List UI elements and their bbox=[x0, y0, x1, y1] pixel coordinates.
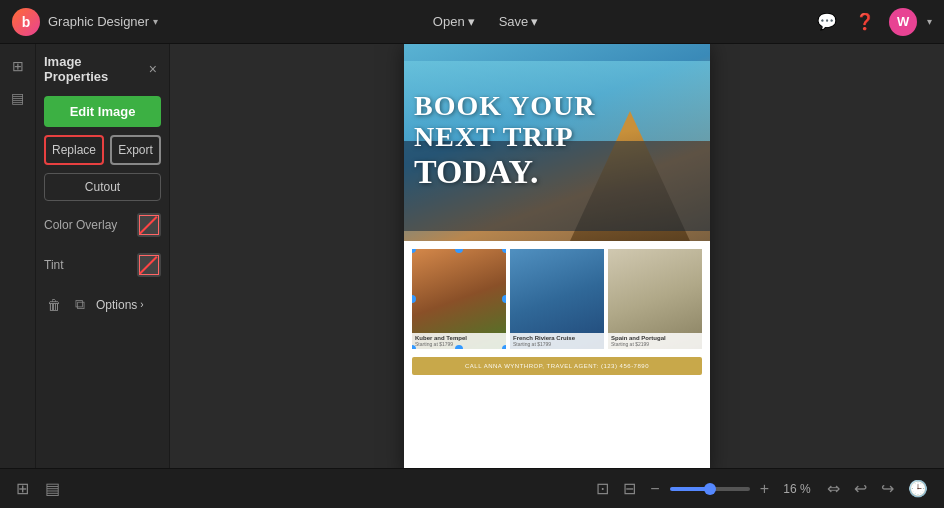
handle-ml bbox=[412, 295, 416, 303]
options-chevron-icon: › bbox=[140, 299, 143, 310]
save-button[interactable]: Save ▾ bbox=[491, 10, 547, 33]
delete-icon[interactable]: 🗑 bbox=[44, 294, 64, 316]
color-overlay-swatch[interactable] bbox=[137, 213, 161, 237]
duplicate-icon[interactable]: ⧉ bbox=[72, 293, 88, 316]
headline-line3: TODAY. bbox=[414, 153, 700, 191]
tint-row: Tint bbox=[44, 249, 161, 281]
replace-export-row: Replace Export bbox=[44, 135, 161, 165]
panel-title: Image Properties bbox=[44, 54, 145, 84]
poster-headline: BOOK YOUR NEXT TRIP TODAY. bbox=[414, 91, 700, 191]
zoom-slider[interactable] bbox=[670, 487, 750, 491]
headline-line2: NEXT TRIP bbox=[414, 122, 700, 153]
poster-banner: CALL ANNA WYNTHROP, TRAVEL AGENT: (123) … bbox=[412, 357, 702, 375]
photo2-caption: French Riviera Cruise Starting at $1799 bbox=[510, 333, 604, 349]
canvas-area[interactable]: BOOK YOUR NEXT TRIP TODAY. bbox=[170, 44, 944, 468]
zoom-level-label: 16 % bbox=[779, 482, 815, 496]
handle-tl bbox=[412, 249, 416, 253]
panel-close-button[interactable]: × bbox=[145, 59, 161, 79]
cutout-button[interactable]: Cutout bbox=[44, 173, 161, 201]
poster-photo-3[interactable]: Spain and Portugal Starting at $2199 bbox=[608, 249, 702, 349]
photo1-caption: Kuber and Tempel Starting at $1799 bbox=[412, 333, 506, 349]
handle-mr bbox=[502, 295, 506, 303]
comment-icon[interactable]: 💬 bbox=[813, 8, 841, 35]
app-logo: b bbox=[12, 8, 40, 36]
redo-icon[interactable]: ↪ bbox=[877, 475, 898, 502]
poster-photos: Kuber and Tempel Starting at $1799 Frenc… bbox=[404, 241, 710, 357]
export-button[interactable]: Export bbox=[110, 135, 161, 165]
avatar-chevron-icon[interactable]: ▾ bbox=[927, 16, 932, 27]
topbar-right: 💬 ❓ W ▾ bbox=[813, 8, 932, 36]
bottom-right-buttons: ⇔ ↩ ↪ 🕒 bbox=[823, 475, 932, 502]
zoom-thumb bbox=[704, 483, 716, 495]
banner-text: CALL ANNA WYNTHROP, TRAVEL AGENT: (123) … bbox=[422, 363, 692, 369]
options-button[interactable]: Options › bbox=[96, 298, 144, 312]
brand-chevron-icon: ▾ bbox=[153, 16, 158, 27]
tint-label: Tint bbox=[44, 258, 64, 272]
layers-icon[interactable]: ⊞ bbox=[4, 52, 32, 80]
poster-photo-1[interactable]: Kuber and Tempel Starting at $1799 bbox=[412, 249, 506, 349]
avatar[interactable]: W bbox=[889, 8, 917, 36]
fit-page-icon[interactable]: ⊡ bbox=[592, 475, 613, 502]
open-button[interactable]: Open ▾ bbox=[425, 10, 483, 33]
left-icon-strip: ⊞ ▤ bbox=[0, 44, 36, 468]
actual-size-icon[interactable]: ⊟ bbox=[619, 475, 640, 502]
pages-tool-icon[interactable]: ▤ bbox=[41, 475, 64, 502]
poster-photo-2[interactable]: French Riviera Cruise Starting at $1799 bbox=[510, 249, 604, 349]
undo-icon[interactable]: ↩ bbox=[850, 475, 871, 502]
replace-button[interactable]: Replace bbox=[44, 135, 104, 165]
left-panel: ⊞ ▤ Image Properties × Edit Image Replac… bbox=[0, 44, 170, 468]
brand-label: Graphic Designer bbox=[48, 14, 149, 29]
poster[interactable]: BOOK YOUR NEXT TRIP TODAY. bbox=[404, 44, 710, 468]
brand-button[interactable]: Graphic Designer ▾ bbox=[48, 14, 158, 29]
headline-line1: BOOK YOUR bbox=[414, 91, 700, 122]
panel-header: Image Properties × bbox=[44, 54, 161, 84]
pages-icon[interactable]: ▤ bbox=[4, 84, 32, 112]
edit-image-button[interactable]: Edit Image bbox=[44, 96, 161, 127]
layers-tool-icon[interactable]: ⊞ bbox=[12, 475, 33, 502]
zoom-out-button[interactable]: − bbox=[646, 478, 663, 500]
photo3-caption: Spain and Portugal Starting at $2199 bbox=[608, 333, 702, 349]
fit-width-icon[interactable]: ⇔ bbox=[823, 475, 844, 502]
help-icon[interactable]: ❓ bbox=[851, 8, 879, 35]
topbar-center: Open ▾ Save ▾ bbox=[425, 10, 546, 33]
zoom-in-button[interactable]: + bbox=[756, 478, 773, 500]
handle-tm bbox=[455, 249, 463, 253]
color-overlay-label: Color Overlay bbox=[44, 218, 117, 232]
bottombar: ⊞ ▤ ⊡ ⊟ − + 16 % ⇔ ↩ ↪ 🕒 bbox=[0, 468, 944, 508]
options-row: 🗑 ⧉ Options › bbox=[44, 289, 161, 316]
topbar: b Graphic Designer ▾ Open ▾ Save ▾ 💬 ❓ W… bbox=[0, 0, 944, 44]
open-chevron-icon: ▾ bbox=[468, 14, 475, 29]
image-properties-panel: Image Properties × Edit Image Replace Ex… bbox=[36, 44, 169, 468]
tint-swatch[interactable] bbox=[137, 253, 161, 277]
color-overlay-row: Color Overlay bbox=[44, 209, 161, 241]
history-icon[interactable]: 🕒 bbox=[904, 475, 932, 502]
save-chevron-icon: ▾ bbox=[531, 14, 538, 29]
zoom-controls: ⊡ ⊟ − + 16 % bbox=[592, 475, 815, 502]
handle-tr bbox=[502, 249, 506, 253]
main-area: ⊞ ▤ Image Properties × Edit Image Replac… bbox=[0, 44, 944, 468]
